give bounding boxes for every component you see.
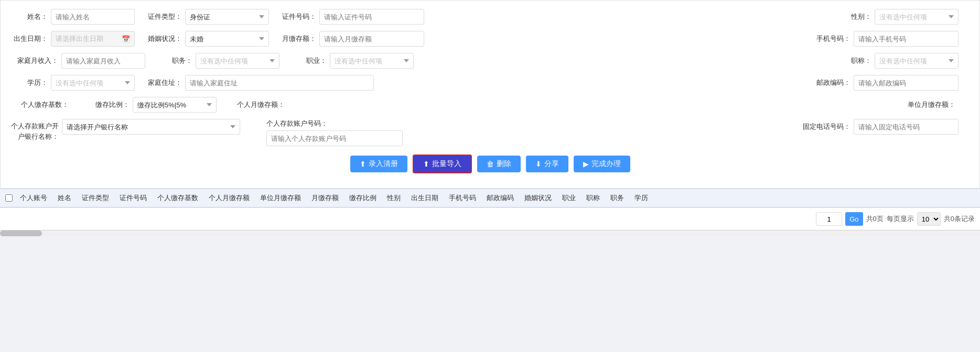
fixed-phone-field-group: 固定电话号码： — [793, 119, 959, 135]
table-select-all-checkbox[interactable] — [5, 194, 13, 202]
col-id-type: 证件类型 — [79, 193, 112, 203]
form-row-4: 学历： 没有选中任何项 家庭住址： 邮政编码： — [11, 75, 969, 91]
total-records: 共0条记录 — [944, 214, 975, 224]
postal-code-field-group: 邮政编码： — [803, 75, 959, 91]
contribution-ratio-field-group: 缴存比例： 缴存比例5%|5% — [82, 97, 217, 113]
birthday-label: 出生日期： — [11, 34, 48, 43]
fixed-phone-input[interactable] — [854, 119, 959, 135]
id-type-label: 证件类型： — [145, 12, 182, 21]
trash-icon: 🗑 — [487, 160, 494, 168]
contribution-ratio-select[interactable]: 缴存比例5%|5% — [133, 97, 217, 113]
col-phone: 手机号码 — [446, 193, 479, 203]
pagination-row: Go 共0页 每页显示 10 20 50 共0条记录 — [0, 207, 980, 230]
personal-base-label: 个人缴存基数： — [11, 100, 69, 109]
unit-monthly-field-group: 单位月缴存额： — [898, 100, 959, 109]
name-label: 姓名： — [11, 12, 48, 21]
title-select[interactable]: 没有选中任何项 — [875, 53, 959, 69]
gender-field-group: 性别： 没有选中任何项 — [835, 9, 959, 25]
col-birthday: 出生日期 — [408, 193, 441, 203]
gender-label: 性别： — [835, 12, 871, 21]
calendar-icon: 📅 — [122, 35, 130, 43]
id-type-field-group: 证件类型： 身份证 — [145, 9, 269, 25]
bank-account-field-group: 个人存款账户开户银行名称： 请选择开户银行名称 — [11, 119, 240, 141]
personal-base-field-group: 个人缴存基数： — [11, 100, 72, 109]
scrollbar-thumb[interactable] — [0, 230, 42, 236]
share-button[interactable]: ⬇ 分享 — [526, 156, 568, 172]
marital-select[interactable]: 未婚 — [185, 31, 269, 47]
personal-monthly-field-group: 个人月缴存额： — [227, 100, 288, 109]
phone-field-group: 手机号码： — [814, 31, 959, 47]
gender-select[interactable]: 没有选中任何项 — [875, 9, 959, 25]
batch-import-button[interactable]: ⬆ 批量导入 — [413, 155, 472, 173]
complete-icon: ▶ — [583, 160, 589, 168]
per-page-select[interactable]: 10 20 50 — [917, 212, 941, 226]
title-field-group: 职称： 没有选中任何项 — [835, 53, 959, 69]
form-row-6: 个人存款账户开户银行名称： 请选择开户银行名称 个人存款账户号码： 固定电话号码… — [11, 119, 969, 146]
page-input[interactable] — [816, 212, 842, 226]
col-name: 姓名 — [55, 193, 74, 203]
form-row-3: 家庭月收入： 职务： 没有选中任何项 职业： 没有选中任何项 职称： 没有选中任… — [11, 53, 969, 69]
monthly-savings-input[interactable] — [319, 31, 424, 47]
delete-button[interactable]: 🗑 删除 — [477, 156, 521, 172]
col-gender: 性别 — [384, 193, 404, 203]
bank-account-label: 个人存款账户开户银行名称： — [11, 119, 59, 141]
education-label: 学历： — [11, 78, 48, 87]
personal-monthly-label: 个人月缴存额： — [227, 100, 285, 109]
horizontal-scrollbar[interactable] — [0, 230, 980, 236]
id-no-input[interactable] — [319, 9, 424, 25]
table-header: 个人账号 姓名 证件类型 证件号码 个人缴存基数 个人月缴存额 单位月缴存额 月… — [0, 189, 980, 207]
occupation-label: 职业： — [290, 56, 327, 65]
birthday-date-picker[interactable]: 请选择出生日期 📅 — [51, 31, 135, 47]
postal-code-input[interactable] — [854, 75, 959, 91]
postal-code-label: 邮政编码： — [803, 78, 850, 87]
position-field-group: 职务： 没有选中任何项 — [156, 53, 279, 69]
account-no-label: 个人存款账户号码： — [266, 119, 328, 128]
monthly-savings-label: 月缴存额： — [279, 34, 316, 43]
form-row-1: 姓名： 证件类型： 身份证 证件号码： 性别： 没有选中任何项 — [11, 9, 969, 25]
position-select[interactable]: 没有选中任何项 — [196, 53, 279, 69]
contribution-ratio-label: 缴存比例： — [82, 100, 130, 109]
family-income-field-group: 家庭月收入： — [11, 53, 145, 69]
col-personal-monthly: 个人月缴存额 — [206, 193, 253, 203]
birthday-field-group: 出生日期： 请选择出生日期 📅 — [11, 31, 135, 47]
marital-label: 婚姻状况： — [145, 34, 182, 43]
col-monthly-savings: 月缴存额 — [308, 193, 342, 203]
clear-button[interactable]: ⬆ 录入清册 — [350, 156, 407, 172]
per-page-label: 每页显示 — [887, 214, 914, 224]
unit-monthly-label: 单位月缴存额： — [898, 100, 955, 109]
family-income-input[interactable] — [61, 53, 145, 69]
birthday-placeholder: 请选择出生日期 — [56, 34, 103, 43]
home-address-field-group: 家庭住址： — [145, 75, 374, 91]
go-button[interactable]: Go — [845, 212, 863, 226]
bank-account-select[interactable]: 请选择开户银行名称 — [62, 119, 240, 135]
home-address-input[interactable] — [185, 75, 374, 91]
occupation-select[interactable]: 没有选中任何项 — [330, 53, 414, 69]
complete-button[interactable]: ▶ 完成办理 — [574, 156, 630, 172]
col-ratio: 缴存比例 — [346, 193, 380, 203]
occupation-field-group: 职业： 没有选中任何项 — [290, 53, 414, 69]
name-input[interactable] — [51, 9, 135, 25]
name-field-group: 姓名： — [11, 9, 135, 25]
upload-icon: ⬆ — [360, 160, 366, 168]
id-no-label: 证件号码： — [279, 12, 316, 21]
home-address-label: 家庭住址： — [145, 78, 182, 87]
col-education: 学历 — [631, 193, 651, 203]
account-no-input[interactable] — [266, 130, 403, 146]
monthly-savings-field-group: 月缴存额： — [279, 31, 424, 47]
col-title: 职称 — [583, 193, 603, 203]
form-row-2: 出生日期： 请选择出生日期 📅 婚姻状况： 未婚 月缴存额： 手机号码： — [11, 31, 969, 47]
col-position: 职务 — [607, 193, 627, 203]
position-label: 职务： — [156, 56, 192, 65]
education-select[interactable]: 没有选中任何项 — [51, 75, 135, 91]
buttons-row: ⬆ 录入清册 ⬆ 批量导入 🗑 删除 ⬇ 分享 ▶ 完成办理 — [11, 155, 969, 173]
title-label: 职称： — [835, 56, 871, 65]
family-income-label: 家庭月收入： — [11, 56, 58, 65]
col-unit-monthly: 单位月缴存额 — [257, 193, 304, 203]
total-pages: 共0页 — [866, 214, 884, 224]
id-type-select[interactable]: 身份证 — [185, 9, 269, 25]
fixed-phone-label: 固定电话号码： — [793, 122, 850, 131]
marital-field-group: 婚姻状况： 未婚 — [145, 31, 269, 47]
import-icon: ⬆ — [423, 160, 429, 168]
col-marital: 婚姻状况 — [521, 193, 555, 203]
phone-input[interactable] — [854, 31, 959, 47]
